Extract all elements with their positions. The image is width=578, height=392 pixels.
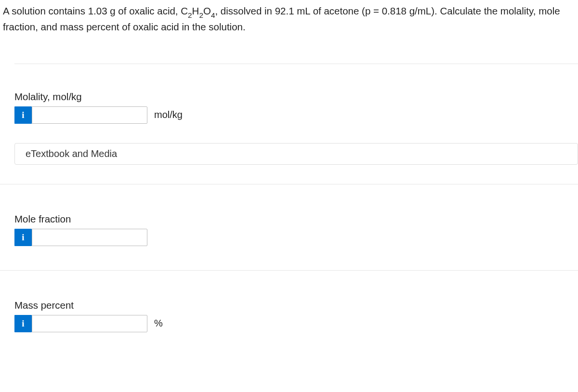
mass-percent-label: Mass percent — [14, 300, 578, 311]
molality-label: Molality, mol/kg — [14, 91, 578, 103]
etextbook-media-button[interactable]: eTextbook and Media — [14, 143, 578, 165]
mole-fraction-section: Mole fraction i — [0, 184, 578, 270]
molality-input[interactable] — [32, 106, 147, 124]
mass-percent-input-row: i % — [14, 315, 578, 332]
info-icon[interactable]: i — [14, 106, 32, 124]
molality-section: Molality, mol/kg i mol/kg eTextbook and … — [0, 39, 578, 174]
info-icon[interactable]: i — [14, 315, 32, 332]
mole-fraction-input[interactable] — [32, 229, 147, 246]
formula-mid-1: H — [192, 5, 199, 16]
question-prefix: A solution contains 1.03 g of oxalic aci… — [3, 5, 188, 16]
mass-percent-section: Mass percent i % — [0, 271, 578, 347]
molality-input-row: i mol/kg — [14, 106, 578, 124]
mass-percent-unit: % — [154, 318, 163, 329]
molality-unit: mol/kg — [154, 109, 183, 120]
formula-mid-2: O — [203, 5, 211, 16]
question-text: A solution contains 1.03 g of oxalic aci… — [0, 0, 578, 39]
info-icon[interactable]: i — [14, 229, 32, 246]
mole-fraction-label: Mole fraction — [14, 213, 578, 225]
formula-sub-3: 4 — [211, 11, 215, 19]
mole-fraction-input-row: i — [14, 229, 578, 246]
formula-sub-2: 2 — [199, 11, 203, 19]
formula-sub-1: 2 — [188, 11, 192, 19]
divider — [14, 64, 578, 64]
mass-percent-input[interactable] — [32, 315, 147, 332]
